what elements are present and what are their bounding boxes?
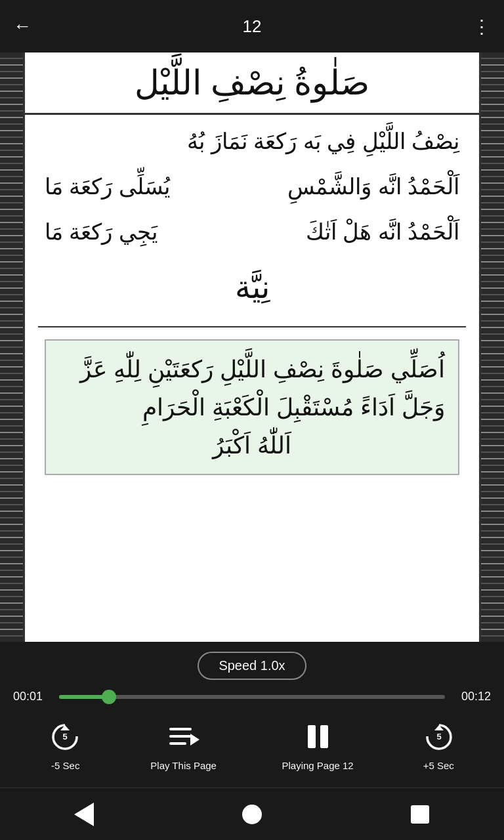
text-section: نِصْفُ اللَّيْلِ فِي بَه رَكعَة نَمَازَ … <box>25 115 479 642</box>
rewind-label: -5 Sec <box>51 760 79 771</box>
speed-btn-row: Speed 1.0x <box>13 652 491 680</box>
text-row-1: نِصْفُ اللَّيْلِ فِي بَه رَكعَة نَمَازَ … <box>38 121 466 161</box>
text-row-3-left: اَلْحَمْدُ انَّه هَلْ اَتٰكَ <box>306 215 459 249</box>
svg-marker-5 <box>190 734 200 746</box>
current-time: 00:01 <box>13 690 49 704</box>
title-box: صَلٰوةُ نِصْفِ اللَّيْل <box>25 52 479 115</box>
more-menu-button[interactable]: ⋮ <box>472 16 491 37</box>
svg-rect-7 <box>320 725 328 748</box>
progress-row: 00:01 00:12 <box>13 690 491 704</box>
nav-home-button[interactable] <box>236 798 268 831</box>
text-row-3: اَلْحَمْدُ انَّه هَلْ اَتٰكَ يَجِي رَكعَ… <box>38 212 466 252</box>
rewind-button[interactable]: 5 -5 Sec <box>46 717 85 771</box>
play-this-page-icon <box>164 717 203 756</box>
highlighted-line-3: اَللّٰهُ اَكْبَرُ <box>59 427 445 465</box>
book-content: صَلٰوةُ نِصْفِ اللَّيْل نِصْفُ اللَّيْلِ… <box>0 52 504 642</box>
rewind-icon: 5 <box>46 717 85 756</box>
nav-bar <box>0 788 504 840</box>
pause-button[interactable]: Playing Page 12 <box>282 717 353 771</box>
text-row-2-right: يُسَلِّى رَكعَة مَا <box>45 170 170 203</box>
border-right <box>481 52 504 642</box>
bottom-controls: Speed 1.0x 00:01 00:12 5 -5 Sec <box>0 642 504 788</box>
play-this-page-button[interactable]: Play This Page <box>150 717 217 771</box>
back-triangle-icon <box>74 803 94 826</box>
svg-text:5: 5 <box>63 732 68 742</box>
text-row-1-right: نِصْفُ اللَّيْلِ فِي بَه رَكعَة نَمَازَ … <box>187 125 459 158</box>
progress-bar[interactable] <box>59 695 445 699</box>
play-this-page-label: Play This Page <box>150 760 217 771</box>
controls-row: 5 -5 Sec Play This Page <box>13 717 491 771</box>
speed-button[interactable]: Speed 1.0x <box>198 652 306 680</box>
svg-rect-6 <box>308 725 316 748</box>
top-bar: ← 12 ⋮ <box>0 0 504 52</box>
border-left <box>0 52 23 642</box>
highlighted-section: اُصَلِّي صَلٰوةَ نِصْفِ اللَّيْلِ رَكعَت… <box>45 339 459 475</box>
progress-thumb[interactable] <box>102 690 116 704</box>
niyyah-title: نِيَّة <box>38 257 466 318</box>
nav-stop-button[interactable] <box>404 798 436 831</box>
divider <box>38 326 466 327</box>
text-row-2-left: اَلْحَمْدُ انَّه وَالشَّمْسِ <box>287 170 459 203</box>
stop-square-icon <box>411 805 429 824</box>
pause-icon <box>298 717 337 756</box>
back-button[interactable]: ← <box>13 16 32 37</box>
inner-content: صَلٰوةُ نِصْفِ اللَّيْل نِصْفُ اللَّيْلِ… <box>23 52 481 642</box>
highlighted-line-2: وَجَلَّ اَدَاءً مُسْتَقْبِلَ الْكَعْبَةِ… <box>59 388 445 427</box>
playing-label: Playing Page 12 <box>282 760 353 771</box>
forward-button[interactable]: 5 +5 Sec <box>419 717 458 771</box>
home-circle-icon <box>242 805 262 824</box>
forward-icon: 5 <box>419 717 458 756</box>
forward-label: +5 Sec <box>423 760 454 771</box>
book-title: صَلٰوةُ نِصْفِ اللَّيْل <box>32 62 472 103</box>
total-time: 00:12 <box>455 690 491 704</box>
nav-back-button[interactable] <box>68 798 100 831</box>
text-row-2: اَلْحَمْدُ انَّه وَالشَّمْسِ يُسَلِّى رَ… <box>38 167 466 207</box>
svg-text:5: 5 <box>436 732 441 742</box>
page-number: 12 <box>243 16 262 37</box>
highlighted-line-1: اُصَلِّي صَلٰوةَ نِصْفِ اللَّيْلِ رَكعَت… <box>59 350 445 388</box>
progress-fill <box>59 695 106 699</box>
text-row-3-right: يَجِي رَكعَة مَا <box>45 215 158 249</box>
